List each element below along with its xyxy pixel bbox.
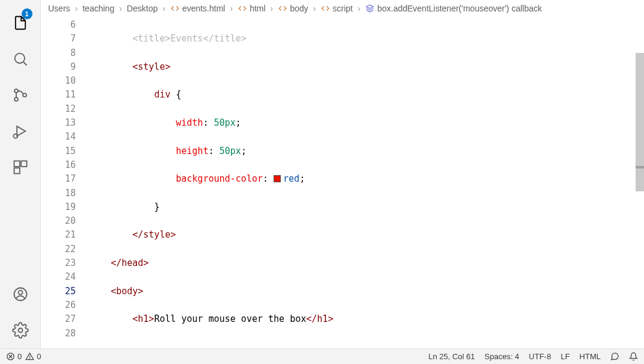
minimap-marker xyxy=(636,166,644,168)
chevron-right-icon: › xyxy=(75,4,78,13)
status-bar: 0 0 Ln 25, Col 61 Spaces: 4 UTF-8 LF HTM… xyxy=(0,348,644,364)
chevron-right-icon: › xyxy=(313,4,316,13)
svg-point-17 xyxy=(29,358,30,359)
scrollbar-track[interactable] xyxy=(636,17,644,348)
svg-point-3 xyxy=(14,97,18,101)
svg-rect-9 xyxy=(14,168,19,173)
symbol-icon xyxy=(320,4,330,13)
files-badge: 1 xyxy=(22,8,32,19)
account-icon[interactable] xyxy=(6,280,35,309)
color-swatch[interactable] xyxy=(274,175,281,182)
main-area: 1 Users › teaching › Desktop › eve xyxy=(0,0,644,348)
breadcrumb-item[interactable]: Users xyxy=(48,4,70,13)
svg-point-4 xyxy=(23,93,26,97)
run-debug-icon[interactable] xyxy=(6,117,35,146)
svg-point-12 xyxy=(18,329,22,333)
breadcrumb-item[interactable]: box.addEventListener('mouseover') callba… xyxy=(365,4,542,13)
svg-marker-5 xyxy=(17,126,25,136)
status-eol[interactable]: LF xyxy=(560,352,569,361)
file-icon xyxy=(170,4,180,13)
symbol-icon xyxy=(238,4,247,13)
feedback-icon[interactable] xyxy=(610,352,619,361)
status-encoding[interactable]: UTF-8 xyxy=(529,352,551,361)
code-area[interactable]: <title>Events</title> <style> div { widt… xyxy=(89,17,644,348)
breadcrumb-item[interactable]: events.html xyxy=(170,4,225,13)
gear-icon[interactable] xyxy=(6,316,35,345)
svg-rect-8 xyxy=(21,161,26,167)
editor-wrapper: Users › teaching › Desktop › events.html… xyxy=(41,0,644,348)
chevron-right-icon: › xyxy=(271,4,274,13)
scrollbar-thumb[interactable] xyxy=(636,53,644,191)
svg-point-2 xyxy=(14,89,18,93)
status-warnings[interactable]: 0 xyxy=(25,352,41,361)
files-icon[interactable]: 1 xyxy=(6,8,35,37)
svg-rect-7 xyxy=(14,161,19,167)
source-control-icon[interactable] xyxy=(6,81,35,110)
svg-line-1 xyxy=(23,62,26,65)
breadcrumb-item[interactable]: Desktop xyxy=(127,4,158,13)
breadcrumb-item[interactable]: body xyxy=(278,4,308,13)
search-icon[interactable] xyxy=(6,45,35,73)
breadcrumb-item[interactable]: teaching xyxy=(82,4,114,13)
bell-icon[interactable] xyxy=(629,352,638,361)
callback-icon xyxy=(365,4,375,13)
extensions-icon[interactable] xyxy=(6,153,35,182)
svg-point-0 xyxy=(14,54,24,63)
chevron-right-icon: › xyxy=(162,4,165,13)
editor-body[interactable]: 6789101112131415161718192021222324252627… xyxy=(41,17,644,348)
status-spaces[interactable]: Spaces: 4 xyxy=(485,352,520,361)
breadcrumbs[interactable]: Users › teaching › Desktop › events.html… xyxy=(41,0,644,17)
breadcrumb-item[interactable]: html xyxy=(238,4,265,13)
status-ln-col[interactable]: Ln 25, Col 61 xyxy=(428,352,474,361)
breadcrumb-item[interactable]: script xyxy=(320,4,352,13)
symbol-icon xyxy=(278,4,287,13)
chevron-right-icon: › xyxy=(358,4,361,13)
status-language[interactable]: HTML xyxy=(580,352,601,361)
line-gutter: 6789101112131415161718192021222324252627… xyxy=(41,17,89,348)
chevron-right-icon: › xyxy=(119,4,122,13)
activity-bar: 1 xyxy=(0,0,41,348)
status-errors[interactable]: 0 xyxy=(6,352,22,361)
svg-point-11 xyxy=(18,291,22,295)
chevron-right-icon: › xyxy=(230,4,233,13)
